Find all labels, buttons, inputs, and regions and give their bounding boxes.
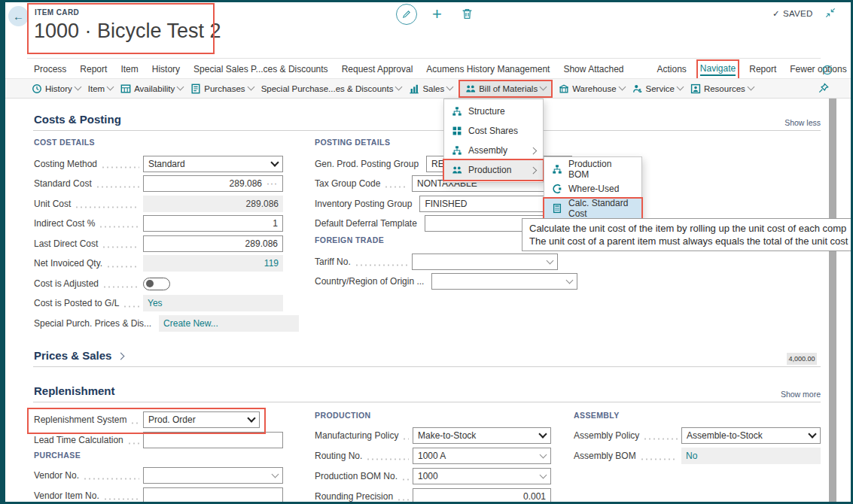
pin-button[interactable] — [818, 83, 830, 94]
field-label: Costing Method — [34, 159, 97, 169]
section-title-replenishment[interactable]: Replenishment — [34, 384, 115, 397]
field-label: Tax Group Code — [315, 178, 380, 189]
pin-icon — [818, 83, 830, 93]
toolbar-item-item[interactable]: Item — [88, 84, 113, 93]
dotted-leader — [123, 305, 139, 308]
edit-button[interactable] — [396, 4, 417, 25]
menubar-item-navigate[interactable]: Navigate — [700, 63, 736, 76]
assembly-bom-value: No — [686, 451, 697, 461]
menubar-item-report[interactable]: Report — [80, 64, 107, 74]
menubar-item-show-attached[interactable]: Show Attached — [563, 64, 623, 74]
menubar-item-history[interactable]: History — [152, 64, 180, 74]
menubar-item-fewer-options[interactable]: Fewer options — [790, 64, 846, 74]
menubar-item-acumens-history[interactable]: Acumens History Management — [426, 64, 550, 74]
menu-item-label: Assembly — [468, 145, 507, 156]
toolbar-item-purchases[interactable]: Purchases — [190, 83, 253, 94]
toolbar-item-history[interactable]: History — [32, 83, 81, 94]
calc-standard-cost-icon — [552, 203, 562, 214]
costing-method-select[interactable]: Standard — [143, 156, 283, 172]
field-standard-cost: Standard Cost 289.086 ··· — [34, 175, 283, 192]
vertical-scrollbar[interactable] — [829, 99, 836, 502]
toolbar-item-warehouse[interactable]: Warehouse — [559, 83, 624, 94]
menubar: Process Report Item History Special Sale… — [34, 60, 832, 78]
menubar-item-report-2[interactable]: Report — [749, 64, 776, 74]
toolbar-item-service[interactable]: Service — [632, 83, 683, 94]
chevron-down-icon — [618, 83, 626, 91]
cost-posted-gl-link[interactable]: Yes — [143, 295, 283, 311]
menubar-item-item[interactable]: Item — [120, 64, 138, 74]
net-invoiced-qty-value: 119 — [264, 258, 279, 269]
special-purch-link[interactable]: Create New... — [159, 315, 299, 332]
manufacturing-policy-select[interactable]: Make-to-Stock — [413, 427, 551, 444]
check-icon: ✓ — [772, 8, 780, 19]
menubar-item-special-sales[interactable]: Special Sales P...ces & Discounts — [193, 64, 328, 74]
production-bom-no-select[interactable]: 1000 — [413, 468, 551, 484]
field-cost-posted-gl: Cost is Posted to G/L Yes — [34, 295, 283, 311]
structure-icon — [452, 106, 462, 117]
collapse-button[interactable] — [825, 8, 836, 21]
last-direct-cost-input[interactable]: 289.086 — [143, 235, 283, 252]
toolbar-item-special-purchase[interactable]: Special Purchase...es & Discounts — [261, 84, 402, 93]
field-label: Net Invoiced Qty. — [34, 258, 102, 269]
menu-item-structure[interactable]: Structure — [444, 102, 543, 121]
assembly-bom-link[interactable]: No — [681, 448, 821, 464]
toolbar-item-availability[interactable]: Availability — [120, 83, 183, 94]
lead-time-calculation-input[interactable] — [143, 432, 283, 448]
dotted-leader — [130, 422, 139, 424]
tariff-no-select[interactable] — [412, 254, 558, 270]
group-caption-foreign-trade: FOREIGN TRADE — [315, 235, 384, 244]
show-more-link[interactable]: Show more — [715, 390, 821, 399]
menu-item-cost-shares[interactable]: Cost Shares — [444, 121, 543, 141]
field-label: Default Deferral Template — [315, 218, 417, 229]
menu-item-assembly[interactable]: Assembly — [444, 141, 543, 160]
cost-is-adjusted-toggle[interactable] — [143, 278, 170, 290]
section-title-prices-sales[interactable]: Prices & Sales — [34, 349, 123, 362]
section-divider — [33, 402, 821, 402]
chevron-down-icon — [547, 257, 554, 264]
back-button[interactable]: ← — [8, 6, 29, 26]
field-unit-cost: Unit Cost 289.086 — [34, 196, 283, 212]
toolbar-item-bill-of-materials[interactable]: Bill of Materials — [460, 81, 551, 96]
country-region-origin-select[interactable] — [431, 273, 577, 290]
field-label: Assembly Policy — [574, 430, 639, 441]
info-button[interactable] — [822, 65, 833, 75]
field-label: Rounding Precision — [315, 491, 393, 502]
toolbar-item-sales[interactable]: Sales — [409, 83, 452, 94]
delete-button[interactable] — [461, 7, 474, 24]
menu-item-calc-standard-cost[interactable]: Calc. Standard Cost — [544, 199, 641, 218]
replenishment-system-value: Prod. Order — [148, 414, 196, 425]
standard-cost-input[interactable]: 289.086 ··· — [143, 175, 283, 192]
new-button[interactable]: + — [432, 5, 442, 24]
section-divider — [33, 366, 821, 367]
routing-no-select[interactable]: 1000 A — [413, 448, 551, 464]
toolbar-label: Service — [646, 84, 675, 93]
menubar-item-request-approval[interactable]: Request Approval — [342, 64, 413, 74]
indirect-cost-input[interactable]: 1 — [143, 215, 283, 232]
dotted-leader — [401, 478, 409, 481]
menubar-item-actions[interactable]: Actions — [657, 64, 687, 74]
trash-icon — [461, 11, 474, 23]
section-title-costs-posting[interactable]: Costs & Posting — [34, 113, 121, 126]
field-net-invoiced-qty: Net Invoiced Qty. 119 — [34, 255, 283, 272]
vendor-no-select[interactable] — [143, 467, 283, 484]
menu-item-where-used[interactable]: Where-Used — [544, 179, 641, 199]
field-assembly-bom: Assembly BOM No — [574, 448, 821, 464]
dotted-leader — [99, 226, 139, 228]
tooltip-line-2: The unit cost of a parent item must alwa… — [529, 235, 853, 247]
menu-item-production[interactable]: Production — [444, 160, 543, 180]
toolbar-item-resources[interactable]: Resources — [690, 83, 754, 94]
toolbar-label: Purchases — [204, 84, 245, 93]
show-less-link[interactable]: Show less — [715, 118, 821, 127]
field-label: Special Purch. Prices & Dis... — [34, 318, 151, 329]
history-icon — [32, 83, 42, 94]
menu-item-production-bom[interactable]: Production BOM — [544, 159, 641, 179]
assist-edit-icon[interactable]: ··· — [267, 178, 278, 189]
group-caption-cost-details: COST DETAILS — [34, 138, 95, 147]
chevron-down-icon — [540, 471, 547, 478]
net-invoiced-qty-link[interactable]: 119 — [143, 255, 283, 272]
assembly-policy-select[interactable]: Assemble-to-Stock — [681, 427, 821, 444]
field-special-purch: Special Purch. Prices & Dis... Create Ne… — [34, 315, 283, 332]
replenishment-system-select[interactable]: Prod. Order — [143, 411, 260, 428]
chevron-down-icon — [247, 414, 255, 422]
menubar-item-process[interactable]: Process — [34, 64, 66, 74]
